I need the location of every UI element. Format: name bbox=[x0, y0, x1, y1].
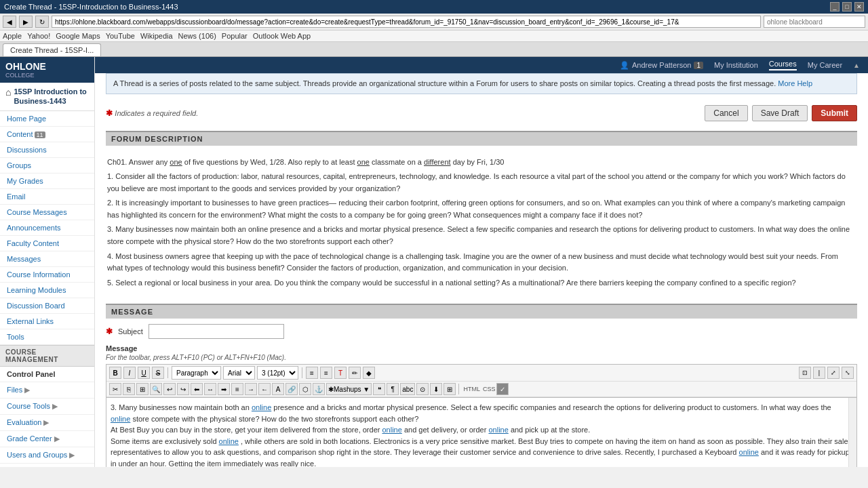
nav-link-messages[interactable]: Course Messages bbox=[0, 205, 94, 220]
nav-link-faculty[interactable]: Faculty Content bbox=[0, 236, 94, 251]
text-color-btn2[interactable]: A bbox=[272, 383, 284, 395]
mgmt-users-groups[interactable]: Users and Groups ▶ bbox=[0, 447, 94, 464]
url-input[interactable] bbox=[52, 16, 761, 28]
nav-item-groups[interactable]: Groups bbox=[0, 158, 94, 174]
expand-icon[interactable]: ▲ bbox=[853, 62, 860, 69]
outdent-btn[interactable]: ← bbox=[258, 383, 271, 395]
forward-btn[interactable]: ▶ bbox=[19, 16, 33, 28]
nav-career[interactable]: My Career bbox=[808, 61, 842, 69]
anchor-btn[interactable]: ⚓ bbox=[313, 383, 325, 395]
bookmark-outlook[interactable]: Outlook Web App bbox=[253, 32, 311, 40]
align-left-btn[interactable]: ⬅ bbox=[191, 383, 203, 395]
down-arrow-btn[interactable]: ⬇ bbox=[430, 383, 442, 395]
mgmt-link-tools[interactable]: Course Tools ▶ bbox=[0, 399, 94, 414]
emoticon-btn[interactable]: ◆ bbox=[363, 367, 375, 379]
align-center-btn[interactable]: ↔ bbox=[204, 383, 216, 395]
bookmark-yahoo[interactable]: Yahoo! bbox=[27, 32, 50, 40]
nav-item-faculty[interactable]: Faculty Content bbox=[0, 236, 94, 251]
copy-btn[interactable]: ⎘ bbox=[123, 383, 135, 395]
save-draft-button[interactable]: Save Draft bbox=[752, 105, 808, 121]
blockquote-btn[interactable]: ❝ bbox=[373, 383, 385, 395]
nav-link-groups[interactable]: Groups bbox=[0, 158, 94, 173]
more-help-link[interactable]: More Help bbox=[778, 79, 812, 87]
paste-btn[interactable]: ⊞ bbox=[136, 383, 149, 395]
home-icon[interactable]: ⌂ bbox=[5, 87, 11, 98]
nav-item-grades[interactable]: My Grades bbox=[0, 174, 94, 189]
nav-link-content[interactable]: Content11 bbox=[0, 127, 94, 142]
mgmt-link-custom[interactable]: Customization ▶ bbox=[0, 464, 94, 467]
nav-item-announcements[interactable]: Announcements bbox=[0, 220, 94, 236]
fullscreen-btn[interactable]: ⊡ bbox=[799, 367, 811, 379]
preview-btn[interactable]: ⊙ bbox=[416, 383, 429, 395]
strikethrough-btn[interactable]: S bbox=[152, 367, 164, 379]
list-ordered-btn[interactable]: ≡ bbox=[320, 367, 332, 379]
font-select[interactable]: Arial bbox=[223, 366, 255, 380]
nav-item-discussions[interactable]: Discussions bbox=[0, 142, 94, 158]
rte-scrollbar[interactable] bbox=[848, 398, 856, 467]
nav-item-external[interactable]: External Links bbox=[0, 314, 94, 329]
checked-btn[interactable]: ✓ bbox=[496, 383, 509, 395]
nav-link-discussions[interactable]: Discussions bbox=[0, 142, 94, 157]
nav-item-info[interactable]: Course Information bbox=[0, 267, 94, 283]
nav-item-content[interactable]: Content11 bbox=[0, 127, 94, 142]
table-btn[interactable]: ⊞ bbox=[443, 383, 456, 395]
nav-link-discussion-board[interactable]: Discussion Board bbox=[0, 298, 94, 313]
nav-courses[interactable]: Courses bbox=[769, 60, 797, 70]
bookmark-youtube[interactable]: YouTube bbox=[106, 32, 135, 40]
bookmark-news[interactable]: News (106) bbox=[178, 32, 216, 40]
mgmt-control-panel[interactable]: Control Panel bbox=[0, 367, 94, 382]
back-btn[interactable]: ◀ bbox=[3, 16, 16, 28]
mgmt-evaluation[interactable]: Evaluation ▶ bbox=[0, 415, 94, 431]
nav-link-external[interactable]: External Links bbox=[0, 314, 94, 329]
bold-btn[interactable]: B bbox=[109, 367, 121, 379]
maximize-btn[interactable]: □ bbox=[842, 2, 852, 12]
nav-item-tools[interactable]: Tools bbox=[0, 329, 94, 345]
bookmark-gmaps[interactable]: Google Maps bbox=[56, 32, 100, 40]
nav-link-grades[interactable]: My Grades bbox=[0, 174, 94, 188]
para-btn[interactable]: ¶ bbox=[387, 383, 399, 395]
nav-item-messages[interactable]: Course Messages bbox=[0, 205, 94, 220]
rte-body[interactable]: 3. Many businesses now maintain both an … bbox=[106, 397, 857, 467]
nav-link-home[interactable]: Home Page bbox=[0, 111, 94, 126]
bookmark-wikipedia[interactable]: Wikipedia bbox=[140, 32, 173, 40]
bookmark-popular[interactable]: Popular bbox=[222, 32, 248, 40]
nav-item-home[interactable]: Home Page bbox=[0, 111, 94, 127]
size-select[interactable]: 3 (12pt) bbox=[257, 366, 298, 380]
mgmt-link-grade[interactable]: Grade Center ▶ bbox=[0, 431, 94, 447]
nav-link-email[interactable]: Email bbox=[0, 189, 94, 204]
nav-item-msg2[interactable]: Messages bbox=[0, 251, 94, 267]
underline-btn[interactable]: U bbox=[138, 367, 150, 379]
nav-institution[interactable]: My Institution bbox=[714, 61, 758, 69]
undo-btn[interactable]: ↩ bbox=[163, 383, 176, 395]
redo-btn[interactable]: ↪ bbox=[177, 383, 189, 395]
close-btn[interactable]: ✕ bbox=[854, 2, 864, 12]
active-tab[interactable]: Create Thread - 15SP-I... bbox=[3, 43, 101, 56]
nav-link-info[interactable]: Course Information bbox=[0, 267, 94, 282]
indent-btn[interactable]: → bbox=[245, 383, 257, 395]
highlight-btn[interactable]: ✏ bbox=[349, 367, 361, 379]
nav-link-msg2[interactable]: Messages bbox=[0, 251, 94, 266]
nav-link-tools[interactable]: Tools bbox=[0, 329, 94, 344]
mashups-btn[interactable]: ✱Mashups ▼ bbox=[326, 383, 372, 395]
mgmt-course-tools[interactable]: Course Tools ▶ bbox=[0, 399, 94, 415]
mgmt-link-files[interactable]: Files ▶ bbox=[0, 382, 94, 398]
list-unordered-btn[interactable]: ≡ bbox=[306, 367, 318, 379]
nav-item-learning[interactable]: Learning Modules bbox=[0, 283, 94, 298]
submit-button[interactable]: Submit bbox=[812, 105, 857, 121]
search-input[interactable] bbox=[764, 16, 865, 28]
refresh-btn[interactable]: ↻ bbox=[35, 16, 49, 28]
align-right-btn[interactable]: ➡ bbox=[218, 383, 230, 395]
mgmt-link-control[interactable]: Control Panel bbox=[0, 367, 94, 382]
subject-input[interactable] bbox=[149, 324, 284, 339]
format-select[interactable]: Paragraph bbox=[172, 366, 221, 380]
expand-editor-btn[interactable]: ⤢ bbox=[827, 367, 840, 379]
spell-btn[interactable]: abc bbox=[400, 383, 415, 395]
nav-link-announcements[interactable]: Announcements bbox=[0, 220, 94, 235]
mgmt-grade-center[interactable]: Grade Center ▶ bbox=[0, 431, 94, 447]
bookmark-apple[interactable]: Apple bbox=[3, 32, 22, 40]
cancel-button[interactable]: Cancel bbox=[705, 105, 747, 121]
nav-link-learning[interactable]: Learning Modules bbox=[0, 283, 94, 298]
mgmt-files[interactable]: Files ▶ bbox=[0, 382, 94, 399]
link-btn[interactable]: 🔗 bbox=[285, 383, 298, 395]
nav-item-discussion-board[interactable]: Discussion Board bbox=[0, 298, 94, 314]
